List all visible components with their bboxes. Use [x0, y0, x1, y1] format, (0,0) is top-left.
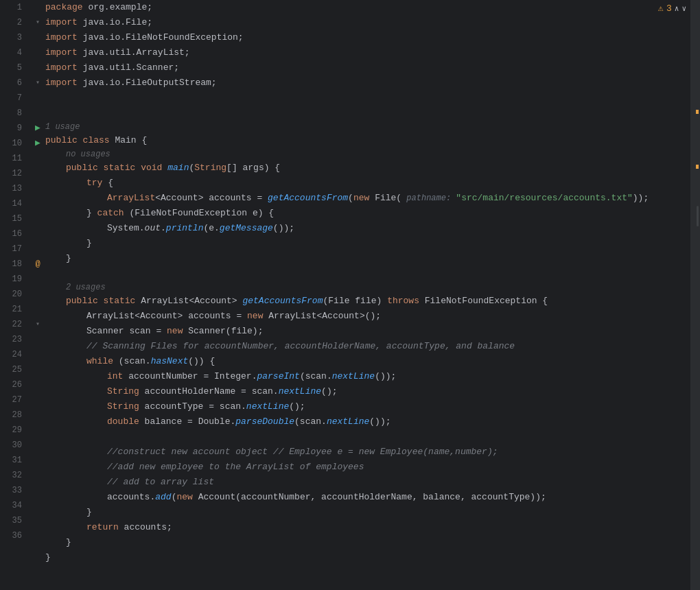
- main-method-name: main: [167, 161, 189, 176]
- gutter-8: [30, 106, 45, 121]
- code-line-33: return accounts;: [45, 520, 677, 535]
- gutter-24: [30, 347, 45, 362]
- gutter-36: [30, 528, 45, 543]
- gutter-30: [30, 438, 45, 453]
- str-path: "src/main/resources/accounts.txt": [456, 191, 632, 206]
- warning-collapse-icon[interactable]: ∨: [681, 4, 686, 13]
- code-line-14: System.out.println(e.getMessage());: [45, 221, 677, 236]
- code-line-20: Scanner scan = new Scanner(file);: [45, 324, 677, 339]
- line-num-5: 5: [0, 60, 25, 75]
- line-num-8: 8: [0, 106, 25, 121]
- line-num-17: 17: [0, 241, 25, 257]
- bookmark-18[interactable]: @: [30, 257, 45, 272]
- code-line-8: [45, 106, 677, 121]
- import-file: java.io.File: [83, 15, 148, 30]
- line-num-31: 31: [0, 453, 25, 468]
- code-line-11: try {: [45, 176, 677, 191]
- fnfe-throws: FileNotFoundException {: [425, 294, 548, 309]
- paren-12a: (: [348, 191, 353, 206]
- code-line-2: import java.io.File;: [45, 15, 677, 30]
- kw-string-25: String: [107, 399, 145, 414]
- while-cond: (scan.: [119, 354, 151, 369]
- line-num-23: 23: [0, 332, 25, 347]
- warning-badge[interactable]: ⚠ 3 ∧ ∨: [658, 3, 686, 14]
- out-14: out: [145, 221, 161, 236]
- gutter-25: [30, 362, 45, 377]
- line-num-3: 3: [0, 30, 25, 45]
- gutter-35: [30, 513, 45, 528]
- line-num-28: 28: [0, 408, 25, 423]
- fold-22[interactable]: ▾: [30, 317, 45, 332]
- line-num-2: 2: [0, 15, 25, 30]
- run-10[interactable]: ▶: [30, 136, 45, 151]
- kw-new-12: new: [353, 191, 375, 206]
- parsedouble-args: (scan.: [294, 414, 327, 429]
- code-line-30: // add to array list: [45, 475, 677, 490]
- nextline-close-24: ();: [321, 384, 337, 399]
- var-accounts-12: accounts: [209, 191, 257, 206]
- pkg-name: org.example: [88, 0, 147, 15]
- kw-string-24: String: [107, 384, 145, 399]
- code-line-22: while (scan.hasNext()) {: [45, 354, 677, 369]
- kw-import-5: import: [45, 60, 83, 75]
- semi-1: ;: [147, 0, 152, 15]
- gutter-31: [30, 453, 45, 468]
- close-main: }: [66, 251, 71, 266]
- close-brace-13: }: [86, 206, 97, 221]
- while-close: ()) {: [188, 354, 215, 369]
- comment-28: //construct new account object // Employ…: [107, 445, 498, 460]
- semi-2: ;: [147, 15, 152, 30]
- line-num-1: 1: [0, 0, 25, 15]
- scroll-thumb[interactable]: [697, 206, 699, 226]
- code-line-6: import java.io.FileOutputStream;: [45, 75, 677, 91]
- scrollbar-track[interactable]: [690, 0, 700, 590]
- fold-6[interactable]: ▾: [30, 75, 45, 91]
- paren-close-12: ));: [633, 191, 649, 206]
- fold-2[interactable]: ▾: [30, 15, 45, 30]
- warning-expand-icon[interactable]: ∧: [675, 4, 679, 13]
- gutter-15: [30, 211, 45, 226]
- code-line-3: import java.io.FileNotFoundException;: [45, 30, 677, 45]
- kw-import-4: import: [45, 45, 83, 60]
- accounts-add-31: accounts.: [107, 490, 155, 505]
- getmessage-method: getMessage: [220, 221, 273, 236]
- run-9[interactable]: ▶: [30, 121, 45, 136]
- gutter-5: [30, 60, 45, 75]
- code-line-29: //add new employee to the ArrayList of e…: [45, 460, 677, 475]
- var-accounttype: accountType = scan.: [145, 399, 246, 414]
- eq-12: =: [257, 191, 268, 206]
- gutter-28: [30, 408, 45, 423]
- code-line-1: package org.example;: [45, 0, 677, 15]
- kw-void-10: void: [141, 161, 167, 176]
- line-num-36: 36: [0, 528, 25, 543]
- generic-12: <Account>: [155, 191, 209, 206]
- parseint-method: parseInt: [257, 369, 299, 384]
- scanner-new-20: Scanner(file);: [188, 324, 263, 339]
- nextline-26: nextLine: [327, 414, 369, 429]
- usage-hint-9: 1 usage: [45, 121, 677, 133]
- paren-18: (: [323, 294, 328, 309]
- kw-catch: catch: [97, 206, 130, 221]
- comment-29: //add new employee to the ArrayList of e…: [107, 460, 364, 475]
- kw-string: String: [194, 161, 226, 176]
- gutter-27: [30, 392, 45, 408]
- line-num-27: 27: [0, 392, 25, 408]
- code-line-13: } catch (FileNotFoundException e) {: [45, 206, 677, 221]
- import-al: java.util.ArrayList: [83, 45, 185, 60]
- code-line-9: public class Main {: [45, 133, 677, 148]
- line-num-29: 29: [0, 423, 25, 438]
- paren-10: (: [189, 161, 194, 176]
- fnfe-type: FileNotFoundException: [135, 206, 253, 221]
- gutter-33: [30, 483, 45, 498]
- file-var: file): [355, 294, 387, 309]
- import-scanner: java.util.Scanner: [83, 60, 174, 75]
- code-line-31: accounts.add(new Account(accountNumber, …: [45, 490, 677, 505]
- add-args: (: [172, 490, 177, 505]
- kw-int: int: [107, 369, 128, 384]
- warning-triangle-icon: ⚠: [658, 3, 664, 14]
- kw-new-19: new: [247, 309, 268, 324]
- kw-package: package: [45, 0, 88, 15]
- kw-static-18: static: [104, 294, 141, 309]
- gutter-20: [30, 287, 45, 302]
- arraylist-new-19: ArrayList<Account>();: [268, 309, 381, 324]
